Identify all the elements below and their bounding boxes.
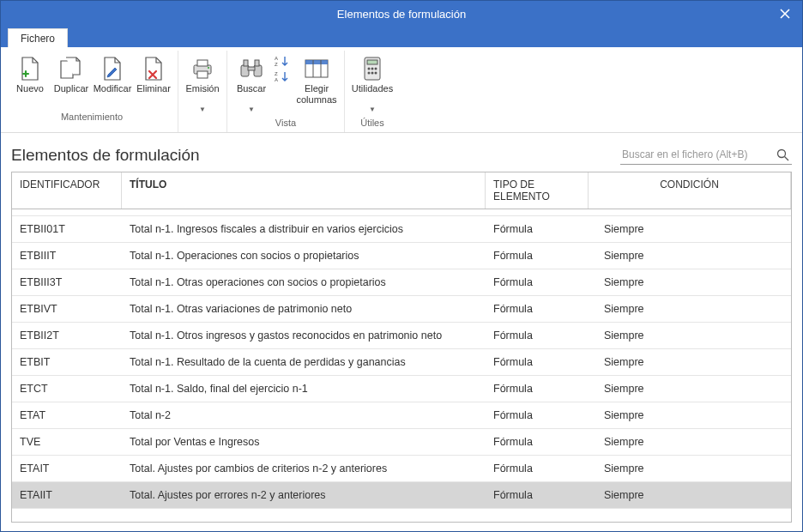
col-header-id[interactable]: IDENTIFICADOR xyxy=(12,172,122,209)
table-row[interactable]: ETBII01TTotal n-1. Ingresos fiscales a d… xyxy=(12,216,791,243)
sort-buttons: AZ ZA xyxy=(272,51,293,109)
document-duplicate-icon xyxy=(58,54,84,83)
window-title: Elementos de formulación xyxy=(337,8,466,21)
sort-asc-button[interactable]: AZ xyxy=(273,54,292,68)
svg-rect-6 xyxy=(244,60,248,66)
svg-point-20 xyxy=(368,72,371,75)
columns-icon xyxy=(304,54,329,83)
group-items: Utilidades ▼ xyxy=(348,51,396,115)
cell-cond: Siempre xyxy=(589,376,791,402)
new-button[interactable]: Nuevo xyxy=(9,51,51,109)
cell-type: Fórmula xyxy=(486,323,589,348)
window: Elementos de formulación Fichero Nuevo xyxy=(0,0,803,532)
group-title-blank xyxy=(201,115,203,132)
delete-button[interactable]: Eliminar xyxy=(133,51,174,109)
sort-asc-icon: AZ xyxy=(275,55,290,67)
table-header: IDENTIFICADOR TÍTULO TIPO DE ELEMENTO CO… xyxy=(12,172,791,209)
cell-cond: Siempre xyxy=(589,482,791,508)
sort-desc-button[interactable]: ZA xyxy=(273,70,292,83)
cell-id: ETBII01T xyxy=(12,216,122,242)
tab-strip: Fichero xyxy=(1,27,802,47)
table-row[interactable]: ETBII2TTotal n-1. Otros ingresos y gasto… xyxy=(12,323,791,349)
cell-title: Total n-1. Operaciones con socios o prop… xyxy=(122,243,486,269)
cell-title: Total n-1. Otras operaciones con socios … xyxy=(122,269,486,295)
table-row[interactable]: ETCTTotal n-1. Saldo, final del ejercici… xyxy=(12,376,791,402)
cell-id: ETBII2T xyxy=(12,323,122,348)
page-title: Elementos de formulación xyxy=(11,146,200,165)
ribbon-group-emission: Emisión ▼ xyxy=(178,51,227,132)
group-title-utils: Útiles xyxy=(360,115,384,132)
columns-label: Elegir columnas xyxy=(293,83,340,107)
delete-label: Eliminar xyxy=(136,83,171,107)
table-row[interactable]: ETATTotal n-2FórmulaSiempre xyxy=(12,402,791,429)
search-button[interactable]: Buscar ▼ xyxy=(231,51,272,115)
search-input[interactable] xyxy=(622,148,775,160)
cell-title: Total n-1. Otros ingresos y gastos recon… xyxy=(122,323,486,348)
cell-cond: Siempre xyxy=(589,243,791,269)
sort-spacer xyxy=(281,83,283,107)
cell-id: ETAIIT xyxy=(12,482,122,508)
table-row[interactable]: ETBIIITTotal n-1. Operaciones con socios… xyxy=(12,243,791,269)
duplicate-button[interactable]: Duplicar xyxy=(51,51,92,109)
svg-point-19 xyxy=(375,68,377,70)
col-header-type[interactable]: TIPO DE ELEMENTO xyxy=(486,172,589,209)
choose-columns-button[interactable]: Elegir columnas xyxy=(293,51,341,109)
cell-title: Total n-1. Otras variaciones de patrimon… xyxy=(122,296,486,322)
svg-rect-14 xyxy=(305,60,328,64)
printer-icon xyxy=(190,54,214,83)
svg-rect-1 xyxy=(197,60,208,66)
col-header-cond[interactable]: CONDICIÓN xyxy=(589,172,791,209)
group-items: Nuevo Duplicar Modificar xyxy=(9,51,174,109)
cell-cond: Siempre xyxy=(589,296,791,322)
group-items: Buscar ▼ AZ ZA xyxy=(231,51,341,115)
cell-cond: Siempre xyxy=(589,216,791,242)
row-spacer xyxy=(12,209,791,216)
ribbon: Nuevo Duplicar Modificar xyxy=(1,47,802,133)
duplicate-label: Duplicar xyxy=(54,83,88,107)
content-body: Elementos de formulación IDENTIFICADOR T… xyxy=(1,133,802,531)
cell-title: Total n-1. Resultado de la cuenta de per… xyxy=(122,349,486,375)
modify-label: Modificar xyxy=(94,83,132,107)
tab-file[interactable]: Fichero xyxy=(8,28,68,47)
cell-title: Total. Ajustes por cambios de criterios … xyxy=(122,456,486,481)
svg-point-18 xyxy=(371,68,374,70)
table-row[interactable]: ETAITTotal. Ajustes por cambios de crite… xyxy=(12,456,791,482)
cell-cond: Siempre xyxy=(589,402,791,428)
table-row[interactable]: ETBIVTTotal n-1. Otras variaciones de pa… xyxy=(12,296,791,323)
cell-id: ETAT xyxy=(12,402,122,428)
cell-id: TVE xyxy=(12,429,122,455)
utilities-button[interactable]: Utilidades ▼ xyxy=(348,51,396,115)
ribbon-group-utils: Utilidades ▼ Útiles xyxy=(345,51,400,132)
table-row[interactable]: TVETotal por Ventas e IngresosFórmulaSie… xyxy=(12,429,791,456)
document-new-icon xyxy=(19,54,41,83)
cell-id: ETAIT xyxy=(12,456,122,481)
binoculars-icon xyxy=(238,54,264,83)
modify-button[interactable]: Modificar xyxy=(92,51,133,109)
svg-point-23 xyxy=(777,149,785,157)
cell-cond: Siempre xyxy=(589,323,791,348)
svg-text:Z: Z xyxy=(275,62,278,67)
svg-point-3 xyxy=(208,67,209,69)
svg-rect-8 xyxy=(248,67,255,70)
cell-title: Total n-1. Saldo, final del ejercicio n-… xyxy=(122,376,486,402)
search-icon[interactable] xyxy=(775,147,790,162)
table-row[interactable]: ETBITTotal n-1. Resultado de la cuenta d… xyxy=(12,349,791,376)
svg-rect-7 xyxy=(255,60,259,66)
emission-label: Emisión xyxy=(185,83,219,107)
cell-type: Fórmula xyxy=(486,269,589,295)
emission-button[interactable]: Emisión ▼ xyxy=(182,51,223,115)
col-header-title[interactable]: TÍTULO xyxy=(122,172,486,209)
table-body[interactable]: ETBII01TTotal n-1. Ingresos fiscales a d… xyxy=(12,209,791,522)
table-row[interactable]: ETAIITTotal. Ajustes por errores n-2 y a… xyxy=(12,482,791,509)
cell-id: ETBIT xyxy=(12,349,122,375)
close-button[interactable] xyxy=(768,1,802,27)
cell-type: Fórmula xyxy=(486,456,589,481)
body-header: Elementos de formulación xyxy=(11,145,792,165)
svg-rect-16 xyxy=(367,60,377,64)
svg-rect-2 xyxy=(197,71,208,78)
svg-point-17 xyxy=(368,68,371,70)
table-row[interactable]: ETBIII3TTotal n-1. Otras operaciones con… xyxy=(12,269,791,296)
cell-title: Total por Ventas e Ingresos xyxy=(122,429,486,455)
cell-id: ETBIII3T xyxy=(12,269,122,295)
chevron-down-icon: ▼ xyxy=(199,106,206,113)
